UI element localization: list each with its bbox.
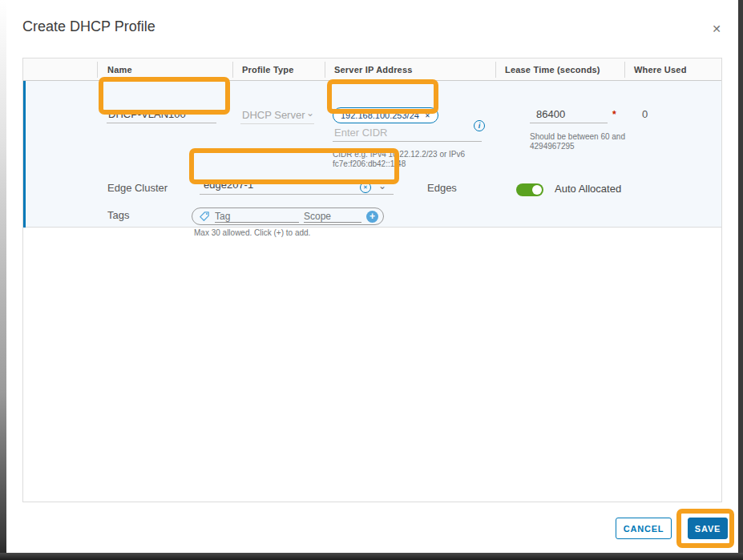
column-header-server-ip: Server IP Address: [334, 65, 413, 75]
save-button[interactable]: SAVE: [688, 518, 728, 539]
add-tag-button[interactable]: +: [366, 211, 378, 223]
cancel-button[interactable]: CANCEL: [616, 518, 672, 539]
cidr-helper: CIDR e.g. IPv4 10.22.12.2/23 or IPv6 fc7…: [333, 150, 491, 169]
edge-cluster-label: Edge Cluster: [107, 182, 168, 194]
clear-selection-icon[interactable]: ✕: [360, 182, 371, 193]
dhcp-profiles-table: Name Profile Type Server IP Address Leas…: [22, 58, 722, 502]
column-header-where-used: Where Used: [634, 65, 687, 75]
column-header-name: Name: [107, 65, 132, 75]
row-selected-indicator: [23, 81, 26, 228]
lease-time-input[interactable]: [530, 108, 608, 123]
column-header-lease-time: Lease Time (seconds): [505, 65, 600, 75]
header-separator: [495, 62, 496, 78]
where-used-value: 0: [642, 108, 648, 120]
profile-type-select[interactable]: DHCP Server ⌄: [240, 109, 314, 124]
table-header-row: Name Profile Type Server IP Address Leas…: [23, 58, 721, 81]
header-separator: [97, 62, 98, 78]
server-ip-chip-value: 192.168.100.253/24: [341, 111, 419, 120]
server-ip-chip: 192.168.100.253/24 ✕: [333, 107, 438, 123]
tags-label: Tags: [107, 209, 129, 221]
close-icon[interactable]: ✕: [709, 21, 725, 37]
header-separator: [325, 62, 325, 78]
window-edge-bottom: [0, 553, 743, 560]
create-dhcp-profile-dialog: Create DHCP Profile ✕ Name Profile Type …: [0, 0, 743, 560]
auto-allocated-toggle[interactable]: [516, 183, 543, 196]
column-header-profile-type: Profile Type: [242, 65, 294, 75]
editing-row: * DHCP Server ⌄ 192.168.100.253/24 ✕ CID…: [23, 81, 721, 228]
tags-pill: +: [192, 207, 384, 225]
window-edge-left: [0, 0, 6, 560]
header-separator: [232, 62, 233, 78]
scope-input[interactable]: [304, 210, 361, 223]
tags-helper: Max 30 allowed. Click (+) to add.: [194, 228, 402, 238]
name-required-marker: *: [208, 109, 212, 120]
profile-type-value: DHCP Server: [242, 109, 305, 121]
chevron-down-icon: ⌄: [306, 109, 314, 117]
edge-cluster-value: edge207-1: [204, 179, 253, 191]
lease-helper: Should be between 60 and 4294967295: [530, 132, 632, 151]
name-input[interactable]: [107, 108, 216, 123]
window-edge-right: [738, 0, 743, 560]
tag-icon: [199, 211, 210, 222]
chevron-down-icon[interactable]: ⌄: [378, 182, 386, 190]
info-icon[interactable]: i: [474, 120, 485, 131]
edges-label: Edges: [427, 182, 457, 194]
lease-required-marker: *: [612, 109, 616, 120]
toggle-label: Auto Allocated: [555, 183, 621, 195]
tag-input[interactable]: [215, 210, 299, 223]
chip-remove-icon[interactable]: ✕: [425, 112, 430, 119]
page-title: Create DHCP Profile: [22, 18, 155, 35]
header-separator: [624, 62, 625, 78]
cidr-input[interactable]: [333, 127, 482, 142]
